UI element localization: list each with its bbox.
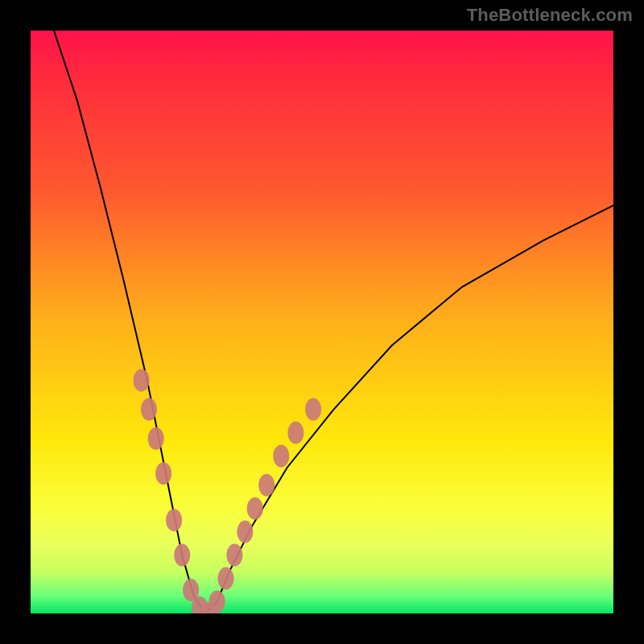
curve-marker	[226, 544, 242, 567]
curve-marker	[305, 398, 321, 421]
curve-marker	[258, 474, 275, 497]
curve-marker	[148, 427, 164, 450]
curve-marker	[166, 509, 182, 531]
curve-marker	[237, 521, 253, 543]
curve-marker	[247, 497, 263, 520]
curve-marker	[218, 568, 234, 590]
curve-marker	[134, 369, 150, 391]
curve-marker	[209, 591, 225, 613]
curve-marker	[273, 445, 289, 468]
plot-area	[31, 31, 613, 613]
bottleneck-curve	[31, 31, 613, 613]
curve-marker	[287, 422, 303, 444]
chart-frame: TheBottleneck.com	[0, 0, 644, 644]
curve-marker	[155, 462, 171, 485]
curve-marker	[141, 398, 157, 421]
watermark-text: TheBottleneck.com	[467, 5, 633, 26]
curve-marker	[174, 544, 190, 567]
